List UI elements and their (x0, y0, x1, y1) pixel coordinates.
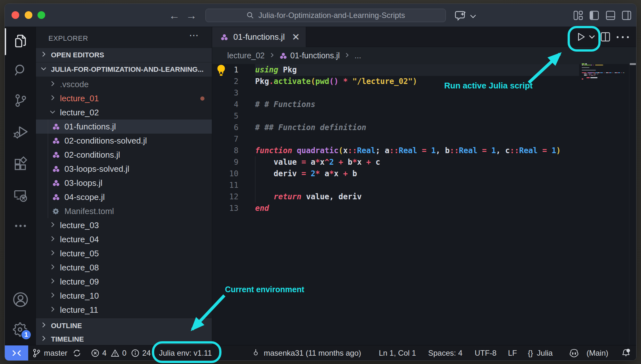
copilot-status[interactable] (569, 345, 579, 361)
activity-bar-item-extensions[interactable] (5, 149, 36, 180)
braces-icon: {} (528, 349, 533, 358)
tree-folder-lecture_09[interactable]: lecture_09 (36, 275, 212, 289)
tree-file-Manifest.toml[interactable]: Manifest.toml (36, 204, 212, 218)
project-root-section[interactable]: JULIA-FOR-OPTIMIZATION-AND-LEARNING... (36, 62, 212, 77)
minimap-line-segment (584, 65, 589, 66)
julia-repl-status[interactable]: (Main) (587, 345, 608, 361)
navigate-forward-button[interactable]: → (186, 10, 197, 21)
tree-folder-.vscode[interactable]: .vscode (36, 77, 212, 91)
git-branch-icon (32, 348, 41, 358)
explorer-actions-button[interactable]: ⋯ (189, 29, 199, 41)
tree-folder-lecture_01[interactable]: lecture_01 (36, 91, 212, 105)
minimize-window-button[interactable] (25, 11, 32, 19)
breadcrumb-folder[interactable]: lecture_02 (227, 51, 265, 60)
search-icon (13, 63, 28, 79)
line-number: 11 (212, 179, 238, 191)
navigate-back-button[interactable]: ← (169, 10, 180, 21)
minimap-line-segment (600, 72, 603, 73)
tree-folder-lecture_03[interactable]: lecture_03 (36, 218, 212, 232)
chevron-right-icon (40, 51, 47, 60)
activity-bar-item-source-control[interactable] (5, 86, 36, 116)
tree-folder-lecture_02[interactable]: lecture_02 (36, 105, 212, 120)
zoom-window-button[interactable] (37, 11, 45, 19)
minimap-line-segment (593, 75, 594, 76)
minimap-line-segment (595, 74, 596, 75)
split-editor-button[interactable] (600, 32, 611, 43)
open-editors-section[interactable]: OPEN EDITORS (36, 48, 212, 62)
minimap-line-segment (621, 72, 622, 73)
activity-bar-item-more[interactable] (5, 211, 36, 242)
close-window-button[interactable] (12, 11, 19, 19)
modified-indicator-dot (200, 96, 204, 101)
tree-folder-lecture_05[interactable]: lecture_05 (36, 246, 212, 261)
ellipsis-icon (13, 218, 28, 235)
command-center-search[interactable]: Julia-for-Optimization-and-Learning-Scri… (205, 9, 446, 22)
breadcrumb-file[interactable]: 01-functions.jl (290, 51, 340, 60)
minimap-line-segment (603, 65, 604, 66)
copilot-chat-button[interactable] (455, 10, 468, 22)
blame-label: masenka31 (11 months ago) (264, 349, 361, 358)
tree-folder-lecture_11[interactable]: lecture_11 (36, 303, 212, 317)
minimap-line-segment (593, 74, 594, 75)
project-root-label: JULIA-FOR-OPTIMIZATION-AND-LEARNING... (51, 65, 204, 74)
julia-file-icon (52, 137, 60, 145)
outline-section[interactable]: OUTLINE (36, 318, 212, 333)
minimap-line-segment (587, 75, 588, 76)
activity-bar-item-search[interactable] (5, 56, 36, 87)
tree-item-label: lecture_04 (60, 235, 99, 244)
indentation-status[interactable]: Spaces: 4 (428, 345, 462, 361)
cursor-position-status[interactable]: Ln 1, Col 1 (379, 345, 416, 361)
minimap-line-segment (587, 74, 588, 75)
tree-file-02-conditions.jl[interactable]: 02-conditions.jl (36, 148, 212, 162)
breadcrumb-symbol[interactable]: ... (354, 51, 361, 60)
tree-item-label: 04-scope.jl (64, 192, 105, 202)
chevron-down-icon (49, 108, 56, 118)
run-annotation-label: Run active Julia script (444, 81, 533, 91)
chevron-right-icon (269, 51, 275, 60)
git-blame-status[interactable]: masenka31 (11 months ago) (252, 345, 361, 361)
encoding-label: UTF-8 (475, 349, 496, 358)
tree-folder-lecture_04[interactable]: lecture_04 (36, 232, 212, 246)
cursor-label: Ln 1, Col 1 (379, 349, 416, 358)
tree-folder-lecture_10[interactable]: lecture_10 (36, 289, 212, 303)
editor-scrollbar-slider[interactable] (630, 63, 636, 65)
toggle-panel-button[interactable] (606, 11, 615, 21)
activity-bar-item-explorer[interactable] (5, 26, 36, 57)
tree-file-01-functions.jl[interactable]: 01-functions.jl (36, 120, 212, 134)
toggle-primary-sidebar-button[interactable] (589, 11, 599, 21)
tree-file-04-scope.jl[interactable]: 04-scope.jl (36, 190, 212, 204)
eol-status[interactable]: LF (508, 345, 517, 361)
command-center-title: Julia-for-Optimization-and-Learning-Scri… (258, 11, 405, 20)
minimap-line-segment (591, 74, 592, 75)
tree-item-label: lecture_10 (60, 291, 99, 301)
tree-folder-lecture_08[interactable]: lecture_08 (36, 261, 212, 275)
copilot-chevron-down-icon[interactable] (470, 14, 477, 20)
activity-bar-item-run-debug[interactable] (5, 117, 36, 148)
activity-bar-item-remote-explorer[interactable] (5, 180, 36, 211)
tree-file-03-loops.jl[interactable]: 03-loops.jl (36, 176, 212, 190)
tree-file-03-loops-solved.jl[interactable]: 03-loops-solved.jl (36, 162, 212, 176)
outline-label: OUTLINE (51, 322, 82, 330)
code-line-2: Pkg.activate(pwd() * "/lecture_02") (255, 76, 417, 87)
minimap-line-segment (609, 72, 612, 73)
minimap-line-segment (595, 72, 597, 73)
activity-bar-item-settings[interactable]: 1 (5, 315, 36, 346)
eol-label: LF (508, 349, 517, 358)
language-mode-status[interactable]: {} Julia (528, 345, 553, 361)
tree-item-label: 02-conditions.jl (64, 150, 120, 160)
toggle-secondary-sidebar-button[interactable] (622, 11, 631, 21)
encoding-status[interactable]: UTF-8 (475, 345, 496, 361)
code-line-1: using Pkg (255, 64, 297, 76)
tree-item-label: lecture_05 (60, 249, 99, 259)
tree-file-02-conditions-solved.jl[interactable]: 02-conditions-solved.jl (36, 134, 212, 148)
editor-more-actions-button[interactable] (615, 35, 630, 41)
customize-layout-button[interactable] (573, 11, 583, 21)
problems-status[interactable]: 4 0 24 (91, 345, 151, 361)
minimap-line-segment (624, 72, 624, 73)
code-area[interactable]: 12345678910111213 using PkgPkg.activate(… (212, 64, 636, 345)
minimap-line-segment (596, 74, 597, 75)
notifications-button[interactable] (621, 345, 631, 361)
remote-indicator-button[interactable] (5, 345, 28, 361)
activity-bar-item-accounts[interactable] (5, 285, 36, 316)
git-branch-status[interactable]: master (32, 345, 81, 361)
